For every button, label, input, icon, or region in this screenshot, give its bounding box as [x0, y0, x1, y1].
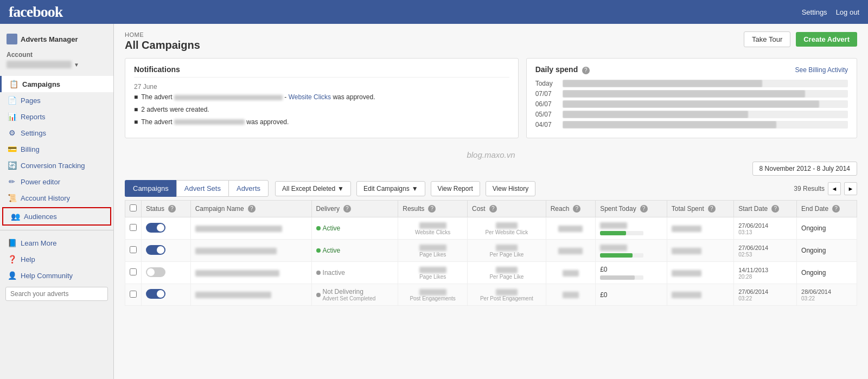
results-help-icon[interactable]: ? — [428, 205, 436, 213]
tab-campaigns[interactable]: Campaigns — [125, 180, 176, 197]
sidebar-item-label: Power editor — [21, 178, 60, 186]
row-checkbox[interactable] — [130, 246, 137, 253]
audiences-icon: 👥 — [11, 212, 20, 221]
end-date-value: Ongoing — [801, 269, 826, 277]
delivery-help-icon[interactable]: ? — [343, 205, 351, 213]
cost-value-blurred — [496, 222, 518, 229]
sidebar-item-learn-more[interactable]: 📘 Learn More — [0, 235, 113, 251]
active-dot — [316, 226, 321, 230]
prev-page-button[interactable]: ◄ — [828, 182, 841, 195]
reach-help-icon[interactable]: ? — [573, 205, 580, 213]
total-spent-value-blurred — [672, 248, 701, 254]
view-history-button[interactable]: View History — [486, 181, 535, 196]
start-date-help-icon[interactable]: ? — [771, 205, 779, 213]
sidebar-item-account-history[interactable]: 📜 Account History — [0, 190, 113, 206]
daily-spend-help-icon[interactable]: ? — [582, 67, 590, 74]
cost-help-icon[interactable]: ? — [489, 205, 497, 213]
sidebar-item-label: Audiences — [24, 213, 57, 221]
row-checkbox-cell — [125, 240, 142, 262]
take-tour-button[interactable]: Take Tour — [744, 31, 790, 47]
select-all-checkbox[interactable] — [130, 204, 137, 211]
row-checkbox[interactable] — [130, 291, 137, 298]
row-checkbox[interactable] — [130, 224, 137, 231]
table-header-row: Status ? Campaign Name ? Delivery — [125, 201, 857, 217]
not-delivering-text: Not Delivering Advert Set Completed — [323, 288, 376, 301]
col-header-total-spent: Total Spent ? — [667, 201, 733, 217]
sidebar-item-label: Reports — [21, 113, 46, 121]
toggle-off[interactable] — [146, 267, 165, 277]
spend-bar — [563, 80, 762, 87]
tab-advert-sets[interactable]: Advert Sets — [176, 180, 228, 197]
row-spent-today-cell — [596, 240, 667, 262]
delivery-status: Not Delivering Advert Set Completed — [316, 288, 394, 301]
notification-link[interactable]: Website Clicks — [289, 93, 331, 101]
row-status-cell — [142, 262, 191, 284]
cost-sub-label: Per Website Click — [472, 229, 541, 235]
row-checkbox-cell — [125, 262, 142, 284]
reach-value-blurred — [558, 248, 583, 254]
toggle-on[interactable] — [146, 245, 165, 255]
account-dropdown[interactable]: ▼ — [7, 61, 107, 68]
delivery-status: Active — [316, 224, 394, 232]
sidebar-item-billing[interactable]: 💳 Billing — [0, 141, 113, 157]
search-input[interactable] — [5, 287, 108, 301]
daily-spend-title: Daily spend — [535, 65, 578, 74]
delivery-status: Active — [316, 247, 394, 254]
account-label: Account — [7, 51, 107, 59]
toggle-on[interactable] — [146, 223, 165, 233]
row-checkbox-cell — [125, 217, 142, 240]
end-date-help-icon[interactable]: ? — [832, 205, 840, 213]
tab-adverts[interactable]: Adverts — [228, 180, 269, 197]
spend-bar-container — [563, 100, 848, 108]
start-time-value: 03:22 — [738, 296, 792, 301]
settings-link[interactable]: Settings — [802, 8, 827, 16]
sidebar-item-pages[interactable]: 📄 Pages — [0, 92, 113, 108]
create-advert-button[interactable]: Create Advert — [796, 32, 857, 47]
col-header-name: Campaign Name ? — [190, 201, 311, 217]
delivery-label: Inactive — [323, 269, 345, 277]
reach-value-blurred — [558, 226, 583, 232]
results-value-blurred — [419, 222, 446, 229]
inactive-dot — [316, 271, 321, 275]
next-page-button[interactable]: ► — [844, 182, 857, 195]
conversion-icon: 🔄 — [8, 161, 16, 170]
sidebar-item-settings[interactable]: ⚙ Settings — [0, 125, 113, 141]
start-date-value: 27/06/2014 — [738, 222, 768, 229]
see-billing-link[interactable]: See Billing Activity — [795, 66, 848, 74]
reach-value-blurred — [563, 292, 579, 298]
col-header-start-date: Start Date ? — [734, 201, 797, 217]
sidebar-item-help-community[interactable]: 👤 Help Community — [0, 267, 113, 284]
sidebar-item-campaigns[interactable]: 📋 Campaigns — [0, 76, 113, 92]
spent-today-value-blurred — [600, 222, 627, 229]
start-date-header-label: Start Date — [738, 205, 768, 213]
filter-dropdown-button[interactable]: All Except Deleted ▼ — [275, 181, 351, 196]
sidebar-item-label: Pages — [21, 97, 41, 105]
spent-today-help-icon[interactable]: ? — [640, 205, 648, 213]
facebook-logo: facebook — [9, 3, 62, 21]
sidebar-item-conversion[interactable]: 🔄 Conversion Tracking — [0, 157, 113, 174]
notification-item-3: ■ The advert was approved. — [134, 118, 509, 127]
row-results-cell: Website Clicks — [398, 217, 468, 240]
total-spent-help-icon[interactable]: ? — [708, 205, 716, 213]
adverts-manager-title: Adverts Manager — [21, 35, 78, 43]
view-report-button[interactable]: View Report — [431, 181, 480, 196]
row-status-cell — [142, 284, 191, 306]
spend-bar — [563, 111, 748, 118]
sidebar-item-reports[interactable]: 📊 Reports — [0, 108, 113, 125]
end-date-value: Ongoing — [801, 224, 826, 232]
notifications-panel: Notifications 27 June ■ The advert - Web… — [125, 58, 519, 138]
status-help-icon[interactable]: ? — [168, 205, 176, 213]
sidebar-item-help[interactable]: ❓ Help — [0, 251, 113, 267]
date-range-button[interactable]: 8 November 2012 - 8 July 2014 — [752, 162, 857, 176]
total-spent-value-blurred — [672, 270, 701, 277]
sidebar-item-power-editor[interactable]: ✏ Power editor — [0, 174, 113, 190]
logout-link[interactable]: Log out — [836, 8, 859, 16]
start-time-value: 20:28 — [738, 274, 792, 280]
name-help-icon[interactable]: ? — [248, 205, 256, 213]
toggle-on[interactable] — [146, 289, 165, 299]
edit-campaigns-button[interactable]: Edit Campaigns ▼ — [356, 181, 425, 196]
row-spent-today-cell: £0 — [596, 284, 667, 306]
row-checkbox[interactable] — [130, 268, 137, 275]
bullet-icon: ■ — [134, 118, 138, 126]
sidebar-item-audiences[interactable]: 👥 Audiences ← — [2, 207, 111, 226]
